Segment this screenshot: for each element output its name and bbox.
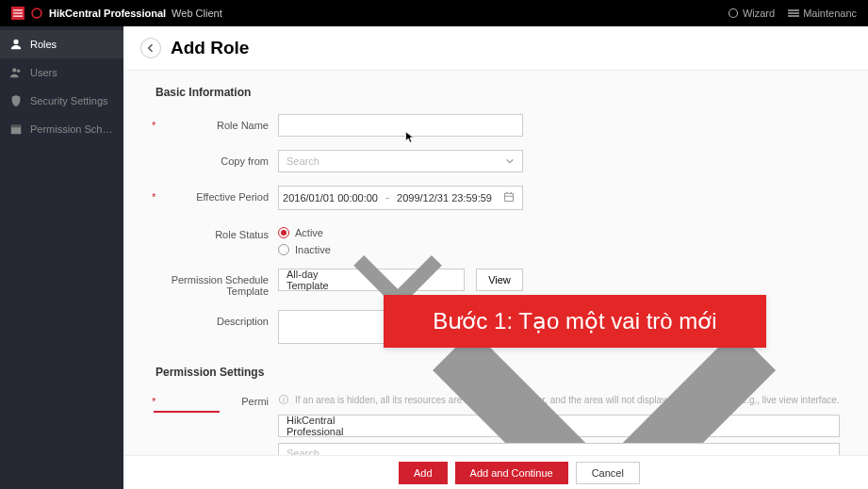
svg-rect-1 [13, 12, 23, 13]
date-start: 2016/01/01 00:00:00 [279, 192, 382, 204]
add-button[interactable]: Add [399, 462, 448, 484]
sidebar-item-label: Users [30, 67, 57, 78]
svg-rect-2 [13, 16, 23, 17]
back-button[interactable] [140, 38, 161, 58]
permi-label: Permi [241, 396, 269, 407]
sidebar-item-security[interactable]: Security Settings [0, 87, 123, 115]
maintenance-label: Maintenanc [803, 8, 857, 19]
sidebar-item-label: Roles [30, 39, 57, 50]
brand-text-bold: HikCentral Professional [49, 8, 166, 19]
brand-text-light: Web Client [172, 8, 222, 19]
wizard-link[interactable]: Wizard [728, 8, 775, 19]
sidebar-item-label: Security Settings [30, 95, 108, 106]
main-menu-icon[interactable] [11, 7, 25, 20]
sidebar-item-users[interactable]: Users [0, 58, 123, 87]
description-label: Description [156, 310, 278, 327]
svg-point-8 [13, 40, 18, 44]
role-name-label: Role Name [156, 114, 278, 131]
page-title: Add Role [171, 38, 249, 58]
svg-rect-12 [11, 125, 22, 128]
svg-point-4 [729, 9, 737, 18]
sidebar-item-permission-schedule[interactable]: Permission Schedule Te... [0, 115, 123, 143]
svg-rect-6 [788, 12, 799, 14]
radio-dot-unchecked [278, 244, 289, 255]
sidebar: Roles Users Security Settings Permission… [0, 26, 123, 489]
brand-logo-icon [30, 7, 43, 20]
schedule-template-value: All-day Template [287, 269, 339, 291]
banner-text: Bước 1: Tạo một vai trò mới [433, 308, 716, 334]
radio-active-label: Active [295, 227, 323, 238]
svg-point-9 [12, 68, 16, 72]
sidebar-item-roles[interactable]: Roles [0, 30, 123, 58]
svg-rect-0 [13, 9, 23, 10]
role-name-input[interactable] [278, 114, 523, 137]
role-status-label: Role Status [156, 223, 278, 240]
sidebar-item-label: Permission Schedule Te... [30, 123, 114, 135]
copy-from-placeholder: Search [287, 155, 319, 167]
tab-underline [154, 411, 220, 413]
tutorial-banner: Bước 1: Tạo một vai trò mới [384, 295, 766, 348]
svg-point-10 [17, 70, 21, 73]
svg-rect-7 [788, 15, 799, 17]
add-continue-button[interactable]: Add and Continue [455, 462, 568, 484]
radio-dot-checked [278, 227, 289, 238]
footer-actions: Add Add and Continue Cancel [123, 455, 868, 489]
permission-product-select[interactable]: HikCentral Professional [278, 415, 840, 437]
section-basic-info-title: Basic Information [156, 86, 843, 99]
cancel-button[interactable]: Cancel [576, 462, 640, 484]
info-icon [278, 394, 289, 405]
svg-rect-5 [788, 9, 799, 11]
permission-product-value: HikCentral Professional [287, 415, 377, 437]
copy-from-label: Copy from [156, 150, 278, 167]
chevron-down-icon [505, 156, 515, 166]
effective-period-label: Effective Period [156, 186, 278, 203]
copy-from-select[interactable]: Search [278, 150, 523, 172]
maintenance-link[interactable]: Maintenanc [788, 8, 857, 19]
wizard-label: Wizard [743, 8, 775, 19]
schedule-template-label: Permission Schedule Template [156, 269, 278, 297]
radio-inactive-label: Inactive [295, 244, 331, 255]
svg-point-3 [32, 8, 41, 18]
